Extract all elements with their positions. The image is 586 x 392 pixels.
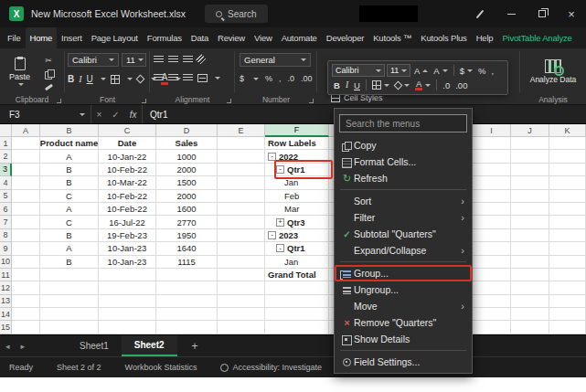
underline-button[interactable]: U [87,74,93,84]
cell-i3[interactable] [473,164,511,176]
cell-e13[interactable] [218,295,265,308]
cell-d5[interactable]: 2000 [156,190,218,203]
mini-borders-button[interactable] [370,80,391,90]
cell-j15[interactable] [511,321,549,334]
column-header-e[interactable]: E [218,124,265,137]
cell-i4[interactable] [473,176,511,189]
accessibility-status[interactable]: Accessibility: Investigate [220,363,322,372]
cell-c12[interactable] [99,281,156,294]
cell-f12[interactable] [265,281,329,294]
cell-b4[interactable]: B [40,176,99,189]
ribbon-tab-automate[interactable]: Automate [277,27,322,48]
ribbon-tab-file[interactable]: File [3,27,26,48]
cell-e14[interactable] [218,308,265,321]
menu-item-ungroup[interactable]: Ungroup... [335,281,472,298]
cell-k14[interactable] [549,308,586,321]
cell-e7[interactable] [218,216,265,228]
ribbon-tab-view[interactable]: View [250,27,277,48]
cell-c2[interactable]: 10-Jan-22 [99,150,156,163]
sheet-tab-sheet2[interactable]: Sheet2 [122,335,177,356]
mini-underline-button[interactable]: U [352,80,362,90]
formula-cancel-icon[interactable]: × [96,110,101,120]
cell-b1[interactable]: Product name [40,137,99,150]
ribbon-tab-data[interactable]: Data [186,27,213,48]
cell-a3[interactable] [12,164,40,176]
menu-item-group[interactable]: Group... [335,265,472,281]
cell-a13[interactable] [12,295,40,308]
cell-f13[interactable] [265,295,329,308]
row-header-7[interactable]: 7 [0,216,12,228]
ribbon-tab-kutools[interactable]: Kutools ™ [368,27,416,48]
cell-f4[interactable]: Jan [265,176,329,189]
cell-k6[interactable] [549,203,586,216]
cell-i12[interactable] [473,281,511,294]
bold-button[interactable]: B [68,74,74,84]
cell-e3[interactable] [218,164,265,176]
cell-a8[interactable] [12,229,40,242]
align-right-icon[interactable] [183,74,193,82]
cell-k9[interactable] [549,242,586,255]
cell-b7[interactable]: C [40,216,99,228]
restore-button[interactable] [529,0,555,27]
cell-i13[interactable] [473,295,511,308]
menu-item-field-settings[interactable]: Field Settings... [335,354,472,370]
cell-k2[interactable] [549,150,586,163]
decrease-font-size-button[interactable]: A [432,66,449,76]
cell-k11[interactable] [549,269,586,281]
add-sheet-button[interactable]: + [192,340,198,353]
insert-function-icon[interactable]: fx [130,110,137,120]
cell-k15[interactable] [549,321,586,334]
minimize-button[interactable] [498,0,524,27]
align-top-icon[interactable] [154,56,164,64]
cell-k12[interactable] [549,281,586,294]
cell-j11[interactable] [511,269,549,281]
sheet-nav-left-icon[interactable]: ◂ [0,342,16,351]
cell-f7[interactable]: +Qtr3 [265,216,329,228]
row-header-2[interactable]: 2 [0,150,12,163]
decrease-decimal-button[interactable]: .00 [301,74,313,83]
cell-c3[interactable]: 10-Feb-22 [99,164,156,176]
cell-j7[interactable] [511,216,549,228]
close-button[interactable]: × [559,0,584,27]
ribbon-tab-formulas[interactable]: Formulas [143,27,186,48]
cell-k13[interactable] [549,295,586,308]
cell-i1[interactable] [473,137,511,150]
expand-box-icon[interactable]: + [276,218,284,227]
cell-k5[interactable] [549,190,586,203]
mini-font-name-select[interactable]: Calibri [332,64,385,77]
ribbon-tab-help[interactable]: Help [472,27,498,48]
cell-k10[interactable] [549,256,586,269]
formula-enter-icon[interactable]: ✓ [112,110,119,120]
copy-button[interactable] [40,68,57,79]
cell-d1[interactable]: Sales [156,137,218,150]
cell-d9[interactable]: 1640 [156,242,218,255]
workbook-statistics-button[interactable]: Workbook Statistics [125,363,197,372]
format-painter-button[interactable] [40,81,57,93]
cell-d12[interactable] [156,281,218,294]
cell-i7[interactable] [473,216,511,228]
cell-c8[interactable]: 19-Feb-23 [99,229,156,242]
cell-a2[interactable] [12,150,40,163]
cell-f6[interactable]: Mar [265,203,329,216]
cell-a5[interactable] [12,190,40,203]
cell-i6[interactable] [473,203,511,216]
cell-a7[interactable] [12,216,40,228]
cell-j10[interactable] [511,256,549,269]
cell-j9[interactable] [511,242,549,255]
percent-style-button[interactable]: % [265,74,272,83]
ribbon-tab-pivottable-analyze[interactable]: PivotTable Analyze [497,27,576,48]
cell-i5[interactable] [473,190,511,203]
name-box[interactable]: F3 [0,105,91,123]
row-header-1[interactable]: 1 [0,137,12,150]
cell-d6[interactable]: 1600 [156,203,218,216]
increase-decimal-button[interactable]: .0 [288,74,295,83]
mini-increase-decimal-button[interactable]: .0 [441,80,452,90]
comma-style-button[interactable]: , [279,74,282,83]
cell-k8[interactable] [549,229,586,242]
cell-f1[interactable]: Row Labels [265,137,329,150]
cell-b3[interactable]: B [40,164,99,176]
row-header-6[interactable]: 6 [0,203,12,216]
row-header-5[interactable]: 5 [0,190,12,203]
dialog-launcher-icon[interactable] [309,99,314,103]
cell-b11[interactable] [40,269,99,281]
